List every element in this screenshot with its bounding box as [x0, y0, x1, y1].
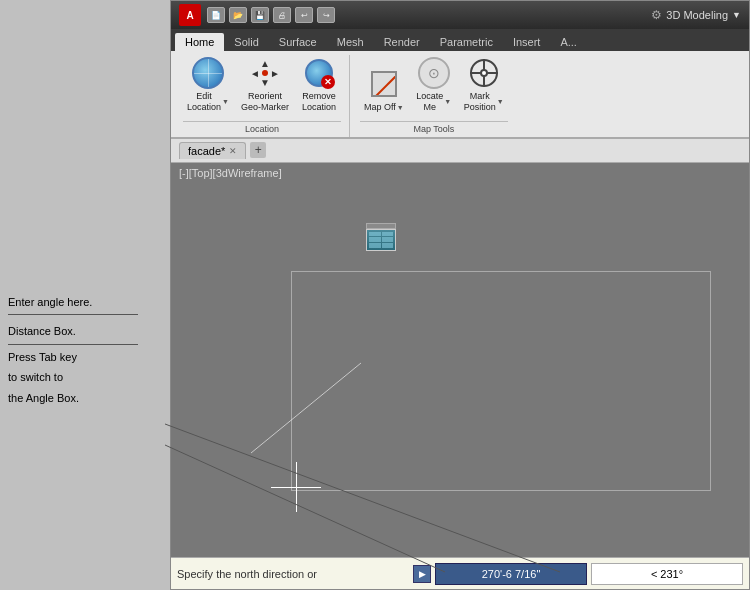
svg-line-1	[165, 424, 560, 572]
svg-line-2	[165, 445, 445, 572]
annotation-lines-svg	[0, 0, 750, 590]
viewport-view-label: [-][Top][3dWireframe]	[171, 163, 290, 183]
